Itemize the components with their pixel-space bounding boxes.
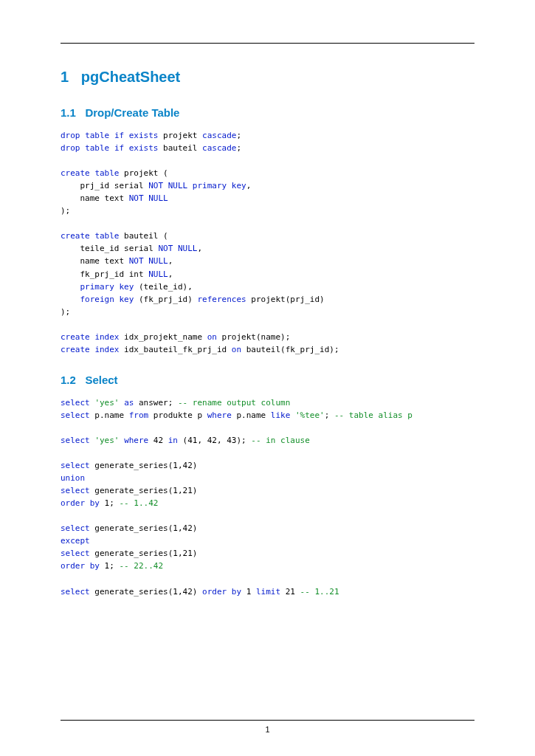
section-number: 1 — [61, 69, 69, 85]
page-number: 1 — [61, 725, 474, 734]
code-block-drop-create: drop table if exists projekt cascade; dr… — [61, 129, 474, 356]
subsection-number: 1.1 — [61, 106, 76, 119]
subsection-number: 1.2 — [61, 374, 76, 386]
subsection-heading: 1.1 Drop/Create Table — [61, 106, 474, 119]
section-title: pgCheatSheet — [81, 69, 180, 85]
subsection-heading: 1.2 Select — [61, 374, 474, 386]
section-heading: 1 pgCheatSheet — [61, 69, 474, 86]
subsection-title: Select — [85, 374, 117, 386]
header-rule — [61, 43, 474, 44]
code-block-select: select 'yes' as answer; -- rename output… — [61, 396, 474, 598]
document-page: 1 pgCheatSheet 1.1 Drop/Create Table dro… — [0, 0, 535, 756]
footer-rule — [61, 720, 474, 721]
subsection-title: Drop/Create Table — [85, 106, 179, 119]
page-footer: 1 — [61, 720, 474, 734]
